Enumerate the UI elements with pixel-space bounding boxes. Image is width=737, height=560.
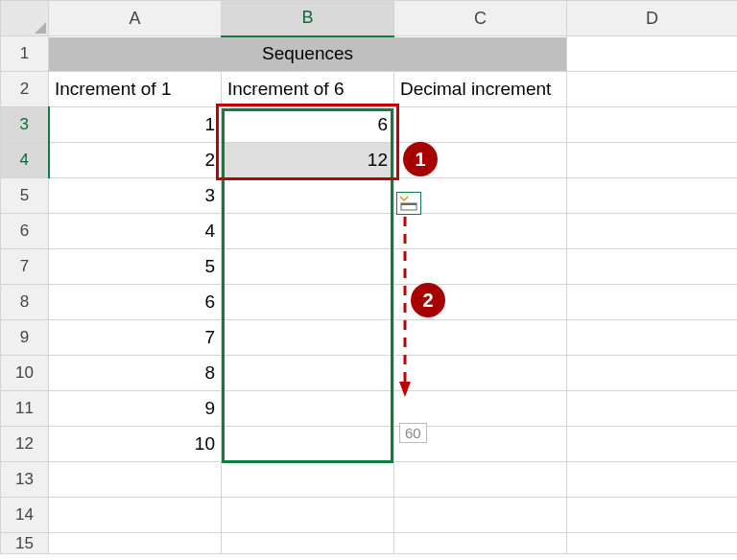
cell-A12[interactable]: 10 [49, 427, 222, 462]
cell-A2[interactable]: Increment of 1 [49, 72, 222, 107]
cell-C3[interactable] [394, 107, 567, 143]
fill-preview-tooltip: 60 [399, 423, 427, 443]
cell-D3[interactable] [567, 107, 738, 143]
cell-D14[interactable] [567, 498, 738, 533]
col-header-A[interactable]: A [49, 1, 222, 36]
col-header-B[interactable]: B [222, 1, 394, 36]
cell-D6[interactable] [567, 214, 738, 249]
cell-D15[interactable] [567, 533, 738, 554]
spreadsheet-viewport: A B C D 1 Sequences 2 Increment of 1 Inc… [0, 0, 737, 560]
autofill-icon [399, 196, 418, 211]
cell-D7[interactable] [567, 249, 738, 285]
cell-D11[interactable] [567, 391, 738, 427]
cell-B3[interactable]: 6 [222, 107, 394, 143]
cell-C14[interactable] [394, 498, 567, 533]
cell-B4[interactable]: 12 [222, 143, 394, 178]
row-header-7[interactable]: 7 [1, 249, 49, 285]
cell-A4[interactable]: 2 [49, 143, 222, 178]
row-header-8[interactable]: 8 [1, 285, 49, 320]
cell-D10[interactable] [567, 356, 738, 391]
row-header-6[interactable]: 6 [1, 214, 49, 249]
cell-D8[interactable] [567, 285, 738, 320]
row-header-2[interactable]: 2 [1, 72, 49, 107]
cell-A10[interactable]: 8 [49, 356, 222, 391]
spreadsheet-grid[interactable]: A B C D 1 Sequences 2 Increment of 1 Inc… [0, 0, 737, 554]
svg-marker-0 [35, 22, 46, 34]
cell-B11[interactable] [222, 391, 394, 427]
cell-C6[interactable] [394, 214, 567, 249]
annotation-drag-arrow [397, 217, 416, 399]
select-all-corner[interactable] [1, 1, 49, 36]
cell-D4[interactable] [567, 143, 738, 178]
cell-B7[interactable] [222, 249, 394, 285]
cell-D1[interactable] [567, 36, 738, 72]
cell-C10[interactable] [394, 356, 567, 391]
cell-A15[interactable] [49, 533, 222, 554]
cell-B13[interactable] [222, 462, 394, 498]
row-header-9[interactable]: 9 [1, 320, 49, 356]
row-header-15[interactable]: 15 [1, 533, 49, 554]
cell-D2[interactable] [567, 72, 738, 107]
cell-A11[interactable]: 9 [49, 391, 222, 427]
cell-C4[interactable] [394, 143, 567, 178]
cell-A3[interactable]: 1 [49, 107, 222, 143]
cell-A8[interactable]: 6 [49, 285, 222, 320]
cell-D9[interactable] [567, 320, 738, 356]
svg-marker-4 [399, 382, 411, 397]
cell-A14[interactable] [49, 498, 222, 533]
cell-B5[interactable] [222, 178, 394, 214]
autofill-options-button[interactable] [396, 192, 421, 215]
cell-C11[interactable] [394, 391, 567, 427]
cell-B10[interactable] [222, 356, 394, 391]
cell-C9[interactable] [394, 320, 567, 356]
cell-C7[interactable] [394, 249, 567, 285]
cell-title[interactable]: Sequences [49, 36, 567, 72]
cell-D5[interactable] [567, 178, 738, 214]
cell-B8[interactable] [222, 285, 394, 320]
row-header-5[interactable]: 5 [1, 178, 49, 214]
cell-A9[interactable]: 7 [49, 320, 222, 356]
cell-C8[interactable] [394, 285, 567, 320]
cell-C15[interactable] [394, 533, 567, 554]
row-header-14[interactable]: 14 [1, 498, 49, 533]
row-header-4[interactable]: 4 [1, 143, 49, 178]
cell-D13[interactable] [567, 462, 738, 498]
cell-B12[interactable] [222, 427, 394, 462]
svg-rect-2 [401, 203, 416, 205]
cell-B6[interactable] [222, 214, 394, 249]
cell-B15[interactable] [222, 533, 394, 554]
col-header-C[interactable]: C [394, 1, 567, 36]
row-header-13[interactable]: 13 [1, 462, 49, 498]
row-header-12[interactable]: 12 [1, 427, 49, 462]
cell-A6[interactable]: 4 [49, 214, 222, 249]
cell-A7[interactable]: 5 [49, 249, 222, 285]
row-header-11[interactable]: 11 [1, 391, 49, 427]
row-header-10[interactable]: 10 [1, 356, 49, 391]
col-header-D[interactable]: D [567, 1, 738, 36]
row-header-1[interactable]: 1 [1, 36, 49, 72]
cell-B2[interactable]: Increment of 6 [222, 72, 394, 107]
cell-A13[interactable] [49, 462, 222, 498]
cell-C2[interactable]: Decimal increment [394, 72, 567, 107]
cell-B9[interactable] [222, 320, 394, 356]
cell-D12[interactable] [567, 427, 738, 462]
row-header-3[interactable]: 3 [1, 107, 49, 143]
cell-C13[interactable] [394, 462, 567, 498]
cell-A5[interactable]: 3 [49, 178, 222, 214]
cell-B14[interactable] [222, 498, 394, 533]
